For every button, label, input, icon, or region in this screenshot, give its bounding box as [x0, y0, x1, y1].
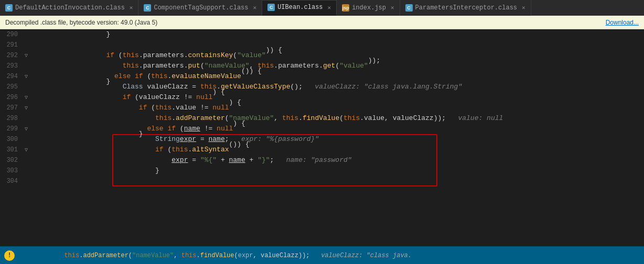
- line-num-300: 300: [4, 134, 18, 145]
- line-num-304: 304: [4, 176, 18, 186]
- line-num-292: 292: [4, 50, 18, 61]
- tab-label: ParametersInterceptor.class: [415, 4, 517, 12]
- status-code-line: this.addParameter("nameValue", this.find…: [19, 252, 644, 259]
- tab-parameters-interceptor[interactable]: C ParametersInterceptor.class ✕: [400, 0, 531, 16]
- fold-292[interactable]: ▽: [22, 50, 30, 61]
- line-num-293: 293: [4, 61, 18, 71]
- fold-298: [22, 113, 30, 124]
- fold-291: [22, 40, 30, 50]
- fold-303: [22, 166, 30, 176]
- tab-close-icon[interactable]: ✕: [328, 4, 331, 11]
- class-icon: C: [5, 4, 13, 12]
- line-num-301: 301: [4, 145, 18, 155]
- tab-component-tag-support[interactable]: C ComponentTagSupport.class ✕: [138, 0, 262, 16]
- fold-302: [22, 155, 30, 166]
- fold-293: [22, 61, 30, 71]
- fold-304: [22, 176, 30, 186]
- tab-label: index.jsp: [352, 4, 386, 12]
- line-num-299: 299: [4, 124, 18, 134]
- fold-290: [22, 29, 30, 40]
- code-line-295: Class valueClazz = this.getValueClassTyp…: [33, 82, 644, 92]
- editor: 290 291 292 293 294 295 296 297 298 299 …: [0, 29, 644, 246]
- info-bar: Decompiled .class file, bytecode version…: [0, 16, 644, 29]
- code-line-292: if (this.parameters.containsKey("value")…: [33, 50, 644, 61]
- line-numbers: 290 291 292 293 294 295 296 297 298 299 …: [0, 29, 22, 246]
- info-text: Decompiled .class file, bytecode version…: [5, 19, 157, 26]
- fold-301[interactable]: ▽: [22, 145, 30, 155]
- status-bar: ! this.addParameter("nameValue", this.fi…: [0, 246, 644, 264]
- line-num-296: 296: [4, 92, 18, 103]
- fold-296[interactable]: ▽: [22, 92, 30, 103]
- tab-default-action-invocation[interactable]: C DefaultActionInvocation.class ✕: [0, 0, 138, 16]
- line-num-295: 295: [4, 82, 18, 92]
- fold-300: [22, 134, 30, 145]
- tab-label: UIBean.class: [277, 4, 323, 11]
- code-line-294: } else if (this.evaluateNameValue()) {: [33, 71, 644, 82]
- code-line-303: }: [33, 166, 644, 176]
- jsp-icon: jsp: [342, 4, 349, 12]
- line-num-291: 291: [4, 40, 18, 50]
- line-num-297: 297: [4, 103, 18, 113]
- fold-297[interactable]: ▽: [22, 103, 30, 113]
- fold-295: [22, 82, 30, 92]
- tab-close-icon[interactable]: ✕: [522, 4, 525, 11]
- line-num-290: 290: [4, 29, 18, 40]
- line-num-298: 298: [4, 113, 18, 124]
- code-line-291: [33, 40, 644, 50]
- status-warning-icon: !: [4, 250, 15, 261]
- class-icon: C: [405, 4, 413, 12]
- code-area: } if (this.parameters.containsKey("value…: [30, 29, 644, 246]
- fold-299[interactable]: ▽: [22, 124, 30, 134]
- tab-close-icon[interactable]: ✕: [391, 4, 394, 11]
- tab-bar: C DefaultActionInvocation.class ✕ C Comp…: [0, 0, 644, 16]
- tab-close-icon[interactable]: ✕: [130, 4, 133, 11]
- fold-gutter: ▽ ▽ ▽ ▽ ▽ ▽: [22, 29, 30, 246]
- code-line-293: this.parameters.put("nameValue", this.pa…: [33, 61, 644, 71]
- tab-label: DefaultActionInvocation.class: [15, 4, 125, 12]
- line-num-294: 294: [4, 71, 18, 82]
- class-icon: C: [144, 4, 151, 12]
- tab-uibean[interactable]: C UIBean.class ✕: [262, 0, 337, 16]
- code-line-290: }: [33, 29, 644, 40]
- tab-label: ComponentTagSupport.class: [154, 4, 248, 12]
- fold-294[interactable]: ▽: [22, 71, 30, 82]
- line-num-303: 303: [4, 166, 18, 176]
- tab-index-jsp[interactable]: jsp index.jsp ✕: [337, 0, 400, 16]
- code-line-304: [33, 176, 644, 186]
- tab-close-icon[interactable]: ✕: [253, 4, 257, 11]
- class-icon: C: [267, 4, 275, 11]
- download-link[interactable]: Download...: [606, 19, 639, 26]
- line-num-302: 302: [4, 155, 18, 166]
